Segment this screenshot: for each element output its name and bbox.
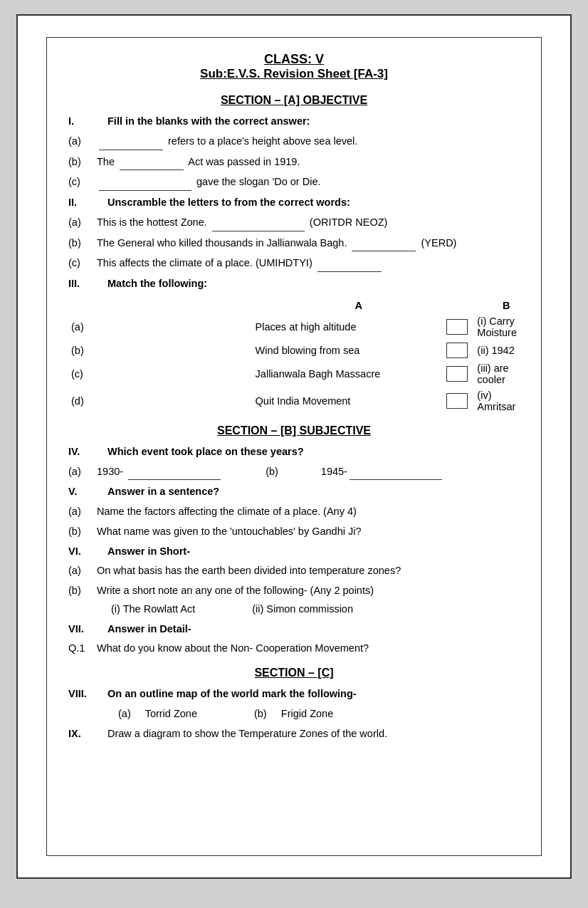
q1a-row: (a) refers to a place's height above sea… <box>68 134 520 150</box>
q8-items-content: (a) Torrid Zone (b) Frigid Zone <box>97 706 520 722</box>
q9-content: Draw a diagram to show the Temperature Z… <box>107 726 520 742</box>
q3-label: III. <box>68 276 107 292</box>
q2-title: Unscramble the letters to from the corre… <box>107 195 520 211</box>
q2b-content: The General who killed thousands in Jall… <box>97 236 520 252</box>
match-table: A B (a) Places at high altitude (i) Carr… <box>68 298 520 414</box>
q2b-row: (b) The General who killed thousands in … <box>68 236 520 252</box>
q4a-text: 1930- <box>97 464 223 481</box>
q1b-blank <box>120 155 184 171</box>
q7-item-row: Q.1 What do you know about the Non- Coop… <box>68 641 520 657</box>
q4-row: IV. Which event took place on these year… <box>68 444 520 460</box>
match-d-col-a: Quit India Movement <box>253 387 439 414</box>
section-a-heading: SECTION – [A] OBJECTIVE <box>68 94 520 107</box>
match-b-col-b: (ii) 1942 <box>474 340 520 360</box>
q4-items-row: (a) 1930- (b) 1945- <box>68 464 520 481</box>
header: CLASS: V Sub:E.V.S. Revision Sheet [FA-3… <box>68 52 520 81</box>
q1c-row: (c) gave the slogan 'Do or Die. <box>68 174 520 191</box>
q5a-content: Name the factors affecting the climate o… <box>97 504 520 520</box>
q1a-label: (a) <box>68 134 97 150</box>
q5a-row: (a) Name the factors affecting the clima… <box>68 504 520 520</box>
q6b-subitems: (i) The Rowlatt Act (ii) Simon commissio… <box>111 602 520 617</box>
match-row-c: (c) Jallianwala Bagh Massacre (iii) are … <box>68 360 520 387</box>
q6b-label: (b) <box>68 583 97 617</box>
match-a-box <box>439 313 474 340</box>
q2a-content: This is the hottest Zone. (ORITDR NEOZ) <box>97 215 520 231</box>
q4-title: Which event took place on these years? <box>107 444 520 460</box>
q1a-blank <box>99 134 163 150</box>
q4-label: IV. <box>68 444 107 460</box>
q5-label: V. <box>68 484 107 500</box>
q5-row: V. Answer in a sentence? <box>68 484 520 500</box>
q7-title: Answer in Detail- <box>107 622 520 637</box>
q8-title: On an outline map of the world mark the … <box>107 687 520 702</box>
match-d-col-b: (iv) Amritsar <box>474 387 520 414</box>
section-b-heading: SECTION – [B] SUBJECTIVE <box>68 424 520 437</box>
q4-items-content: 1930- (b) 1945- <box>97 464 520 481</box>
q6a-row: (a) On what basis has the earth been div… <box>68 563 520 579</box>
q2-label: II. <box>68 195 107 211</box>
match-d-box <box>439 387 474 414</box>
page-inner: CLASS: V Sub:E.V.S. Revision Sheet [FA-3… <box>46 37 542 856</box>
match-b-box <box>439 340 474 360</box>
q1b-label: (b) <box>68 155 97 171</box>
q7-row: VII. Answer in Detail- <box>68 622 520 637</box>
q2c-content: This affects the climate of a place. (UM… <box>97 256 520 272</box>
q5a-label: (a) <box>68 504 97 520</box>
q4a-label: (a) <box>68 464 97 481</box>
q6a-content: On what basis has the earth been divided… <box>97 563 520 579</box>
q4b-text: 1945- <box>321 464 444 481</box>
section-c-heading: SECTION – [C] <box>68 667 520 679</box>
q8a-item: (a) Torrid Zone <box>118 706 197 722</box>
q5b-content: What name was given to the 'untouchables… <box>97 524 520 540</box>
q9-label: IX. <box>68 726 107 742</box>
q1-title: Fill in the blanks with the correct answ… <box>107 114 520 130</box>
q8a-outer-label <box>68 706 97 722</box>
q4b-label: (b) <box>266 464 278 481</box>
q1c-label: (c) <box>68 174 97 191</box>
match-c-col-a: Jallianwala Bagh Massacre <box>253 360 439 387</box>
q2a-label: (a) <box>68 215 97 231</box>
page: CLASS: V Sub:E.V.S. Revision Sheet [FA-3… <box>16 14 572 879</box>
q6b-sub1: (i) The Rowlatt Act <box>111 602 195 617</box>
q1c-blank <box>99 174 191 191</box>
q8b-item: (b) Frigid Zone <box>254 706 333 722</box>
q1b-content: The Act was passed in 1919. <box>97 155 520 171</box>
sub-title: Sub:E.V.S. Revision Sheet [FA-3] <box>68 67 520 81</box>
q6-row: VI. Answer in Short- <box>68 544 520 560</box>
q6-title: Answer in Short- <box>107 544 520 560</box>
q5b-row: (b) What name was given to the 'untoucha… <box>68 524 520 540</box>
q2c-row: (c) This affects the climate of a place.… <box>68 256 520 272</box>
q6b-row: (b) Write a short note an any one of the… <box>68 583 520 617</box>
q8a-label: (a) <box>118 708 131 719</box>
q2c-blank <box>317 256 382 272</box>
q8-items-row: (a) Torrid Zone (b) Frigid Zone <box>68 706 520 722</box>
q8b-text: Frigid Zone <box>281 708 333 719</box>
q6b-sub2: (ii) Simon commission <box>252 602 353 617</box>
q8b-label: (b) <box>254 708 267 719</box>
q2c-label: (c) <box>68 256 97 272</box>
match-row-d: (d) Quit India Movement (iv) Amritsar <box>68 387 520 414</box>
match-row-a: (a) Places at high altitude (i) Carry Mo… <box>68 313 520 340</box>
match-c-box <box>439 360 474 387</box>
q6-label: VI. <box>68 544 107 560</box>
q1b-row: (b) The Act was passed in 1919. <box>68 155 520 171</box>
q6a-label: (a) <box>68 563 97 579</box>
class-title: CLASS: V <box>68 52 520 67</box>
q6b-content: Write a short note an any one of the fol… <box>97 583 520 617</box>
match-row-b: (b) Wind blowing from sea (ii) 1942 <box>68 340 520 360</box>
q1-row: I. Fill in the blanks with the correct a… <box>68 114 520 130</box>
q3-row: III. Match the following: <box>68 276 520 292</box>
q4a-blank <box>128 464 221 481</box>
match-b-col-a: Wind blowing from sea <box>253 340 439 360</box>
match-c-col-b: (iii) are cooler <box>474 360 520 387</box>
q2-row: II. Unscramble the letters to from the c… <box>68 195 520 211</box>
q4b-blank <box>350 464 442 481</box>
q3-title: Match the following: <box>107 276 520 292</box>
q2b-blank <box>352 236 416 252</box>
q8-label: VIII. <box>68 687 107 702</box>
q5-title: Answer in a sentence? <box>107 484 520 500</box>
q1-label: I. <box>68 114 107 130</box>
q2a-row: (a) This is the hottest Zone. (ORITDR NE… <box>68 215 520 231</box>
q7-label: VII. <box>68 622 107 637</box>
q9-row: IX. Draw a diagram to show the Temperatu… <box>68 726 520 742</box>
